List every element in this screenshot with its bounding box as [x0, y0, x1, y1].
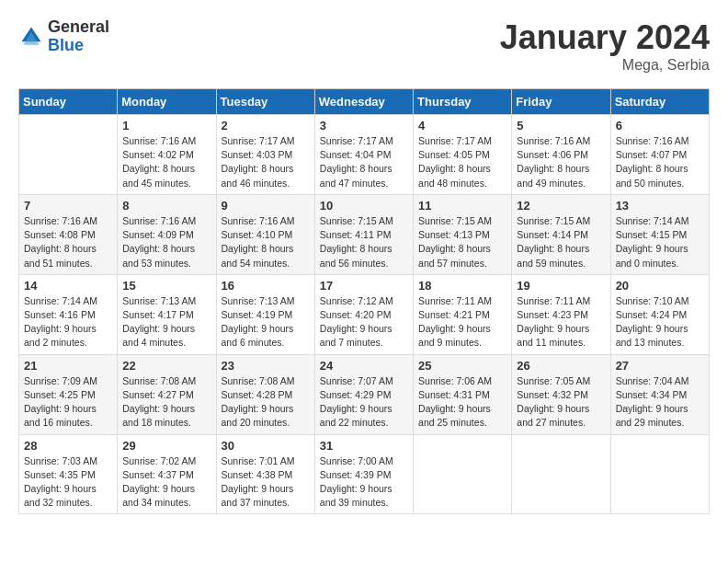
calendar-cell [19, 115, 118, 195]
day-number: 30 [222, 439, 310, 453]
cell-info: Sunrise: 7:02 AMSunset: 4:37 PMDaylight:… [122, 454, 210, 511]
calendar-cell: 4Sunrise: 7:17 AMSunset: 4:05 PMDaylight… [414, 115, 512, 195]
cell-info: Sunrise: 7:13 AMSunset: 4:19 PMDaylight:… [222, 294, 310, 350]
day-number: 20 [616, 279, 704, 293]
cell-info: Sunrise: 7:00 AMSunset: 4:39 PMDaylight:… [320, 454, 408, 511]
calendar-cell [414, 434, 512, 514]
calendar-cell: 22Sunrise: 7:08 AMSunset: 4:27 PMDayligh… [118, 354, 216, 434]
header-row: SundayMondayTuesdayWednesdayThursdayFrid… [19, 89, 710, 115]
calendar-cell: 21Sunrise: 7:09 AMSunset: 4:25 PMDayligh… [19, 354, 118, 434]
cell-info: Sunrise: 7:05 AMSunset: 4:32 PMDaylight:… [517, 374, 605, 431]
week-row-2: 7Sunrise: 7:16 AMSunset: 4:08 PMDaylight… [19, 194, 710, 274]
logo-general: General [48, 18, 109, 37]
calendar-cell: 10Sunrise: 7:15 AMSunset: 4:11 PMDayligh… [314, 194, 413, 274]
calendar-cell: 25Sunrise: 7:06 AMSunset: 4:31 PMDayligh… [414, 354, 512, 434]
calendar-cell: 13Sunrise: 7:14 AMSunset: 4:15 PMDayligh… [610, 194, 709, 274]
day-number: 31 [320, 439, 408, 453]
calendar-cell: 7Sunrise: 7:16 AMSunset: 4:08 PMDaylight… [19, 194, 118, 274]
day-number: 10 [320, 199, 408, 213]
calendar-cell: 8Sunrise: 7:16 AMSunset: 4:09 PMDaylight… [118, 194, 216, 274]
day-number: 25 [418, 359, 506, 373]
cell-info: Sunrise: 7:07 AMSunset: 4:29 PMDaylight:… [320, 374, 408, 431]
day-number: 7 [24, 199, 112, 213]
cell-info: Sunrise: 7:08 AMSunset: 4:27 PMDaylight:… [122, 374, 210, 431]
cell-info: Sunrise: 7:04 AMSunset: 4:34 PMDaylight:… [616, 374, 704, 431]
calendar-cell: 2Sunrise: 7:17 AMSunset: 4:03 PMDaylight… [216, 115, 314, 195]
cell-info: Sunrise: 7:11 AMSunset: 4:21 PMDaylight:… [418, 294, 506, 350]
col-header-saturday: Saturday [610, 89, 709, 115]
calendar-cell: 19Sunrise: 7:11 AMSunset: 4:23 PMDayligh… [512, 274, 610, 354]
calendar-cell: 1Sunrise: 7:16 AMSunset: 4:02 PMDaylight… [118, 115, 216, 195]
location: Mega, Serbia [500, 57, 710, 74]
cell-info: Sunrise: 7:15 AMSunset: 4:14 PMDaylight:… [517, 214, 605, 270]
week-row-5: 28Sunrise: 7:03 AMSunset: 4:35 PMDayligh… [19, 434, 710, 514]
day-number: 28 [24, 439, 112, 453]
cell-info: Sunrise: 7:16 AMSunset: 4:02 PMDaylight:… [122, 134, 210, 190]
calendar-cell: 16Sunrise: 7:13 AMSunset: 4:19 PMDayligh… [216, 274, 314, 354]
logo: General Blue [18, 18, 109, 55]
calendar-cell: 31Sunrise: 7:00 AMSunset: 4:39 PMDayligh… [314, 434, 413, 514]
col-header-thursday: Thursday [414, 89, 512, 115]
col-header-tuesday: Tuesday [216, 89, 314, 115]
calendar-cell: 12Sunrise: 7:15 AMSunset: 4:14 PMDayligh… [512, 194, 610, 274]
day-number: 22 [122, 359, 210, 373]
calendar-table: SundayMondayTuesdayWednesdayThursdayFrid… [18, 88, 710, 514]
cell-info: Sunrise: 7:11 AMSunset: 4:23 PMDaylight:… [517, 294, 605, 350]
cell-info: Sunrise: 7:08 AMSunset: 4:28 PMDaylight:… [222, 374, 310, 431]
calendar-cell: 29Sunrise: 7:02 AMSunset: 4:37 PMDayligh… [118, 434, 216, 514]
cell-info: Sunrise: 7:16 AMSunset: 4:08 PMDaylight:… [24, 214, 112, 270]
cell-info: Sunrise: 7:03 AMSunset: 4:35 PMDaylight:… [24, 454, 112, 511]
cell-info: Sunrise: 7:01 AMSunset: 4:38 PMDaylight:… [222, 454, 310, 511]
calendar-cell: 17Sunrise: 7:12 AMSunset: 4:20 PMDayligh… [314, 274, 413, 354]
calendar-cell: 11Sunrise: 7:15 AMSunset: 4:13 PMDayligh… [414, 194, 512, 274]
title-block: January 2024 Mega, Serbia [500, 18, 710, 74]
day-number: 13 [616, 199, 704, 213]
cell-info: Sunrise: 7:16 AMSunset: 4:09 PMDaylight:… [122, 214, 210, 270]
day-number: 12 [517, 199, 605, 213]
calendar-cell [512, 434, 610, 514]
day-number: 6 [616, 119, 704, 132]
calendar-cell: 18Sunrise: 7:11 AMSunset: 4:21 PMDayligh… [414, 274, 512, 354]
calendar-cell: 5Sunrise: 7:16 AMSunset: 4:06 PMDaylight… [512, 115, 610, 195]
cell-info: Sunrise: 7:06 AMSunset: 4:31 PMDaylight:… [418, 374, 506, 431]
cell-info: Sunrise: 7:17 AMSunset: 4:04 PMDaylight:… [320, 134, 408, 190]
calendar-cell: 14Sunrise: 7:14 AMSunset: 4:16 PMDayligh… [19, 274, 118, 354]
week-row-4: 21Sunrise: 7:09 AMSunset: 4:25 PMDayligh… [19, 354, 710, 434]
day-number: 11 [418, 199, 506, 213]
day-number: 19 [517, 279, 605, 293]
calendar-cell: 30Sunrise: 7:01 AMSunset: 4:38 PMDayligh… [216, 434, 314, 514]
day-number: 29 [122, 439, 210, 453]
cell-info: Sunrise: 7:13 AMSunset: 4:17 PMDaylight:… [122, 294, 210, 350]
cell-info: Sunrise: 7:15 AMSunset: 4:13 PMDaylight:… [418, 214, 506, 270]
day-number: 27 [616, 359, 704, 373]
week-row-1: 1Sunrise: 7:16 AMSunset: 4:02 PMDaylight… [19, 115, 710, 195]
calendar-cell: 27Sunrise: 7:04 AMSunset: 4:34 PMDayligh… [610, 354, 709, 434]
calendar-cell: 6Sunrise: 7:16 AMSunset: 4:07 PMDaylight… [610, 115, 709, 195]
page-header: General Blue January 2024 Mega, Serbia [18, 18, 710, 74]
logo-icon [18, 24, 44, 50]
calendar-cell: 15Sunrise: 7:13 AMSunset: 4:17 PMDayligh… [118, 274, 216, 354]
day-number: 8 [122, 199, 210, 213]
cell-info: Sunrise: 7:09 AMSunset: 4:25 PMDaylight:… [24, 374, 112, 431]
calendar-cell: 24Sunrise: 7:07 AMSunset: 4:29 PMDayligh… [314, 354, 413, 434]
cell-info: Sunrise: 7:14 AMSunset: 4:15 PMDaylight:… [616, 214, 704, 270]
cell-info: Sunrise: 7:17 AMSunset: 4:03 PMDaylight:… [222, 134, 310, 190]
cell-info: Sunrise: 7:17 AMSunset: 4:05 PMDaylight:… [418, 134, 506, 190]
day-number: 18 [418, 279, 506, 293]
day-number: 3 [320, 119, 408, 132]
col-header-monday: Monday [118, 89, 216, 115]
calendar-cell: 28Sunrise: 7:03 AMSunset: 4:35 PMDayligh… [19, 434, 118, 514]
month-title: January 2024 [500, 18, 710, 57]
day-number: 4 [418, 119, 506, 132]
calendar-cell: 20Sunrise: 7:10 AMSunset: 4:24 PMDayligh… [610, 274, 709, 354]
day-number: 1 [122, 119, 210, 132]
calendar-cell: 26Sunrise: 7:05 AMSunset: 4:32 PMDayligh… [512, 354, 610, 434]
day-number: 15 [122, 279, 210, 293]
logo-text: General Blue [48, 18, 109, 55]
logo-blue: Blue [48, 37, 109, 55]
col-header-sunday: Sunday [19, 89, 118, 115]
day-number: 16 [222, 279, 310, 293]
day-number: 24 [320, 359, 408, 373]
calendar-cell: 3Sunrise: 7:17 AMSunset: 4:04 PMDaylight… [314, 115, 413, 195]
day-number: 9 [222, 199, 310, 213]
